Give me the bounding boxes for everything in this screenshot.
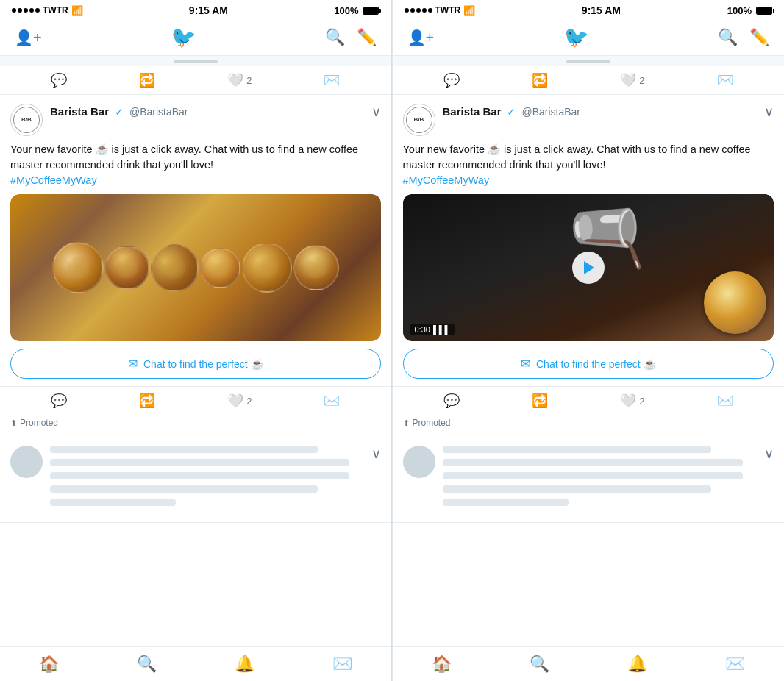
dm-icon-b-right: ✉️ [717, 393, 733, 409]
search-icon-right[interactable]: 🔍 [718, 28, 738, 47]
dm-action-top-right[interactable]: ✉️ [717, 72, 733, 88]
video-duration: 0:30 ▌▌▌ [410, 324, 455, 335]
tweet-header-right: B/B Barista Bar ✓ @BaristaBar ∨ [403, 104, 774, 136]
tab-bar-left: 🏠 🔍 🔔 ✉️ [0, 646, 391, 681]
like-icon-b-left: 🤍 [227, 393, 243, 409]
tweet-meta-right: Barista Bar ✓ @BaristaBar ∨ [443, 104, 774, 120]
hashtag-left[interactable]: #MyCoffeeMyWay [10, 174, 97, 186]
carrier-name-right: TWTR [435, 5, 461, 15]
verified-icon-left: ✓ [115, 106, 124, 118]
tab-home-left[interactable]: 🏠 [39, 655, 59, 674]
skeleton-avatar-right [403, 446, 435, 478]
retweet-action-top-right[interactable]: 🔁 [532, 72, 548, 88]
tab-search-right[interactable]: 🔍 [530, 655, 549, 674]
tweet-text-right: Your new favorite ☕ is just a click away… [403, 142, 774, 188]
reply-icon-b-right: 💬 [443, 393, 460, 409]
retweet-action-left[interactable]: 🔁 [139, 393, 155, 409]
tab-home-right[interactable]: 🏠 [432, 655, 452, 674]
add-user-icon-left[interactable]: 👤+ [15, 29, 42, 46]
cta-button-left[interactable]: ✉ Chat to find the perfect ☕ [10, 349, 381, 379]
retweet-icon-b-left: 🔁 [139, 393, 155, 409]
dm-action-left[interactable]: ✉️ [324, 393, 340, 409]
account-handle-right: @BaristaBar [521, 106, 580, 118]
compose-icon-left[interactable]: ✏️ [357, 28, 377, 47]
reply-action-left[interactable]: 💬 [51, 393, 67, 409]
battery-percent-right: 100% [727, 5, 752, 16]
account-handle-left: @BaristaBar [129, 106, 188, 118]
like-icon-b-right: 🤍 [620, 393, 636, 409]
signal-dots [12, 8, 40, 13]
scroll-indicator-left [0, 56, 391, 66]
status-left: TWTR 📶 [12, 5, 83, 16]
account-name-right: Barista Bar [443, 105, 502, 118]
phone-right: TWTR 📶 9:15 AM 100% 👤+ 🐦 🔍 ✏️ [393, 0, 785, 681]
dm-icon-b-left: ✉️ [324, 393, 340, 409]
like-action-top-right[interactable]: 🤍 2 [620, 72, 644, 88]
nav-bar-left: 👤+ 🐦 🔍 ✏️ [0, 19, 391, 56]
tab-notifications-right[interactable]: 🔔 [627, 655, 647, 674]
promoted-row-left: ⬆ Promoted [0, 415, 391, 435]
time-display-right: 9:15 AM [582, 4, 621, 16]
dm-action-right[interactable]: ✉️ [717, 393, 733, 409]
account-name-left: Barista Bar [50, 105, 109, 118]
bottom-action-bar-left: 💬 🔁 🤍 2 ✉️ [0, 387, 391, 415]
reply-action-right[interactable]: 💬 [443, 393, 460, 409]
compose-icon-right[interactable]: ✏️ [749, 28, 769, 47]
reply-action-top-left[interactable]: 💬 [51, 72, 67, 88]
avatar-left[interactable]: B/B [10, 104, 43, 136]
dm-icon: ✉️ [324, 72, 340, 88]
reply-icon: 💬 [51, 72, 67, 88]
skeleton-avatar-left [10, 446, 43, 478]
dm-icon-right: ✉️ [717, 72, 733, 88]
twitter-logo-right[interactable]: 🐦 [563, 25, 589, 49]
wifi-icon-right: 📶 [463, 5, 475, 16]
top-action-bar-left: 💬 🔁 🤍 2 ✉️ [0, 66, 391, 95]
tweet-card-left: B/B Barista Bar ✓ @BaristaBar ∨ Your n [0, 95, 391, 387]
dm-action-top-left[interactable]: ✉️ [324, 72, 340, 88]
cta-envelope-icon-left: ✉ [128, 357, 138, 371]
search-icon-left[interactable]: 🔍 [325, 28, 345, 47]
promoted-icon-right: ⬆ [403, 418, 410, 428]
like-count-top-left: 2 [246, 75, 252, 86]
volume-icon: ▌▌▌ [433, 325, 450, 334]
carrier-name: TWTR [43, 5, 68, 15]
skeleton-more-left: ∨ [371, 446, 381, 462]
like-action-left[interactable]: 🤍 2 [227, 393, 252, 409]
like-icon: 🤍 [227, 72, 243, 88]
retweet-icon: 🔁 [139, 72, 155, 88]
scroll-indicator-right [393, 56, 785, 66]
tab-notifications-left[interactable]: 🔔 [235, 655, 254, 674]
cta-text-right: Chat to find the perfect ☕ [536, 358, 656, 370]
reply-action-top-right[interactable]: 💬 [443, 72, 460, 88]
twitter-logo-left[interactable]: 🐦 [171, 25, 196, 49]
add-user-icon-right[interactable]: 👤+ [407, 29, 435, 46]
tweet-card-right: B/B Barista Bar ✓ @BaristaBar ∨ Your n [393, 95, 785, 387]
battery-bar-right [756, 7, 772, 15]
tweet-more-right[interactable]: ∨ [764, 104, 774, 120]
status-bar-right: TWTR 📶 9:15 AM 100% [393, 0, 785, 19]
like-action-right[interactable]: 🤍 2 [620, 393, 644, 409]
tweet-image-left[interactable] [10, 194, 381, 341]
nav-bar-right: 👤+ 🐦 🔍 ✏️ [393, 19, 785, 56]
top-action-bar-right: 💬 🔁 🤍 2 ✉️ [393, 66, 785, 95]
play-button[interactable] [572, 252, 605, 284]
hashtag-right[interactable]: #MyCoffeeMyWay [403, 174, 490, 186]
wifi-icon: 📶 [71, 5, 83, 16]
tweet-video-right[interactable]: 🫗 0:30 ▌▌▌ [403, 194, 774, 341]
tweet-meta-left: Barista Bar ✓ @BaristaBar ∨ [50, 104, 381, 120]
cta-button-right[interactable]: ✉ Chat to find the perfect ☕ [403, 349, 774, 379]
verified-icon-right: ✓ [507, 106, 516, 118]
like-action-top-left[interactable]: 🤍 2 [227, 72, 252, 88]
bottom-action-bar-right: 💬 🔁 🤍 2 ✉️ [393, 387, 785, 415]
tweet-more-left[interactable]: ∨ [371, 104, 381, 120]
cta-envelope-icon-right: ✉ [521, 357, 530, 371]
retweet-action-right[interactable]: 🔁 [532, 393, 548, 409]
tweet-text-left: Your new favorite ☕ is just a click away… [10, 142, 381, 188]
skeleton-tweet-right: ∨ [393, 435, 785, 523]
tab-messages-left[interactable]: ✉️ [332, 655, 352, 674]
tab-search-left[interactable]: 🔍 [137, 655, 157, 674]
avatar-right[interactable]: B/B [403, 104, 435, 136]
tweet-header-left: B/B Barista Bar ✓ @BaristaBar ∨ [10, 104, 381, 136]
retweet-action-top-left[interactable]: 🔁 [139, 72, 155, 88]
tab-messages-right[interactable]: ✉️ [725, 655, 745, 674]
